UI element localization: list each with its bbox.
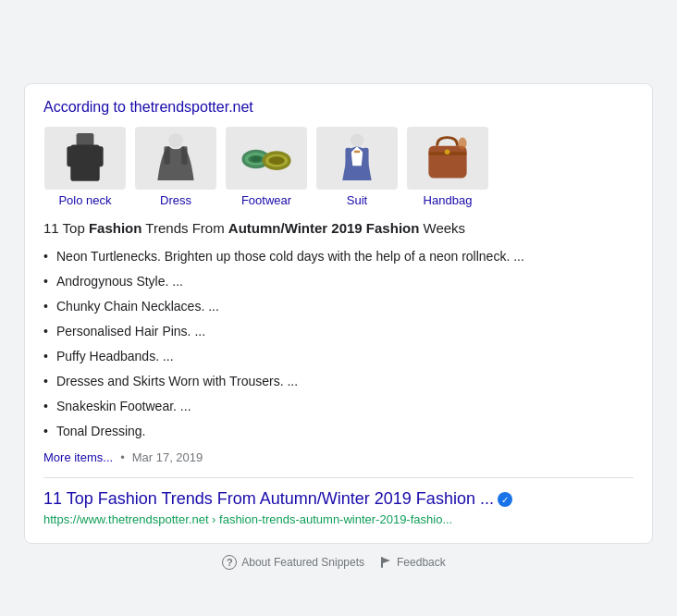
image-box-footwear	[226, 127, 307, 190]
image-box-suit	[316, 127, 398, 190]
svg-rect-22	[381, 557, 383, 568]
about-snippets-label: About Featured Snippets	[241, 556, 364, 569]
flag-icon	[379, 556, 392, 569]
list-item: Tonal Dressing.	[43, 422, 634, 441]
page-container: According to thetrendspotter.net Polo ne…	[18, 18, 659, 616]
list-item: Snakeskin Footwear. ...	[43, 397, 634, 416]
result-title-link[interactable]: 11 Top Fashion Trends From Autumn/Winter…	[43, 489, 494, 509]
svg-rect-17	[354, 150, 360, 152]
feedback-label: Feedback	[397, 556, 446, 569]
image-label-dress[interactable]: Dress	[160, 193, 191, 207]
about-snippets-button[interactable]: ? About Featured Snippets	[222, 555, 364, 570]
svg-point-20	[445, 149, 450, 154]
source-label: According to thetrendspotter.net	[43, 99, 634, 116]
image-label-polo[interactable]: Polo neck	[58, 193, 111, 207]
list-item: Puffy Headbands. ...	[43, 347, 634, 366]
svg-point-4	[168, 133, 183, 148]
list-item: Chunky Chain Necklaces. ...	[43, 297, 634, 316]
article-title: 11 Top Fashion Trends From Autumn/Winter…	[43, 220, 634, 236]
svg-rect-3	[93, 146, 104, 166]
image-box-dress	[135, 127, 216, 190]
question-icon: ?	[222, 555, 237, 570]
result-title-row: 11 Top Fashion Trends From Autumn/Winter…	[43, 489, 634, 509]
image-item-polo[interactable]: Polo neck	[43, 127, 127, 207]
svg-rect-16	[363, 147, 368, 166]
image-box-polo	[44, 127, 126, 190]
svg-rect-5	[164, 146, 169, 165]
image-label-handbag[interactable]: Handbag	[424, 193, 473, 207]
svg-rect-2	[67, 146, 77, 166]
svg-point-10	[252, 156, 261, 161]
verified-icon	[498, 492, 512, 507]
bottom-bar: ? About Featured Snippets Feedback	[222, 555, 454, 570]
dot-separator: •	[120, 450, 125, 464]
article-date: Mar 17, 2019	[132, 450, 203, 464]
svg-point-14	[351, 133, 363, 146]
svg-point-13	[269, 156, 285, 165]
svg-point-21	[458, 137, 466, 149]
feedback-button[interactable]: Feedback	[379, 556, 446, 569]
image-item-handbag[interactable]: Handbag	[406, 127, 489, 207]
image-item-dress[interactable]: Dress	[134, 127, 217, 207]
image-label-suit[interactable]: Suit	[347, 193, 367, 207]
image-item-footwear[interactable]: Footwear	[225, 127, 308, 207]
image-item-suit[interactable]: Suit	[315, 127, 399, 207]
list-item: Androgynous Style. ...	[43, 272, 634, 291]
more-items-link[interactable]: More items...	[43, 450, 113, 464]
svg-rect-6	[181, 146, 187, 165]
more-items-row: More items... • Mar 17, 2019	[43, 450, 634, 464]
list-item: Dresses and Skirts Worn with Trousers. .…	[43, 372, 634, 391]
result-url: https://www.thetrendspotter.net › fashio…	[43, 512, 634, 526]
divider	[43, 477, 634, 478]
svg-rect-15	[345, 147, 351, 166]
featured-snippet-card: According to thetrendspotter.net Polo ne…	[24, 83, 653, 544]
list-item: Neon Turtlenecks. Brighten up those cold…	[43, 247, 634, 266]
list-item: Personalised Hair Pins. ...	[43, 322, 634, 341]
list-items: Neon Turtlenecks. Brighten up those cold…	[43, 247, 634, 441]
svg-rect-0	[77, 133, 94, 146]
image-label-footwear[interactable]: Footwear	[241, 193, 291, 207]
image-box-handbag	[407, 127, 488, 190]
images-row: Polo neck Dress	[43, 127, 634, 207]
